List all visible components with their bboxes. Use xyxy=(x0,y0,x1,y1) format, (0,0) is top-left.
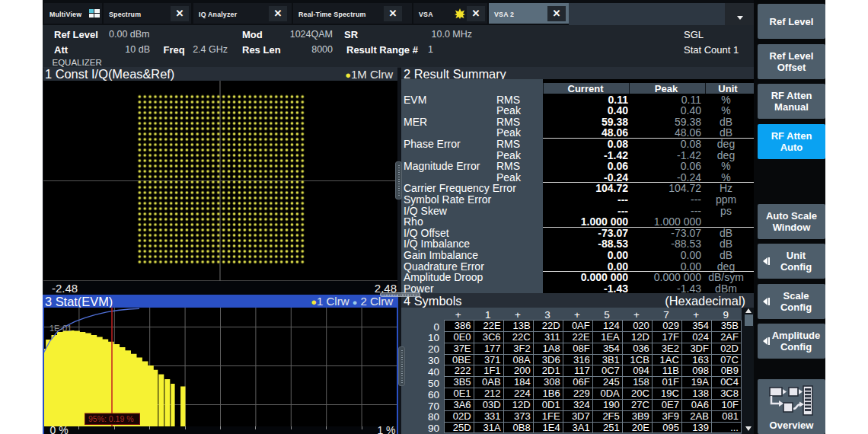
svg-text:1E-01: 1E-01 xyxy=(49,324,72,333)
svg-text:95%: 0.19 %: 95%: 0.19 % xyxy=(88,414,134,423)
